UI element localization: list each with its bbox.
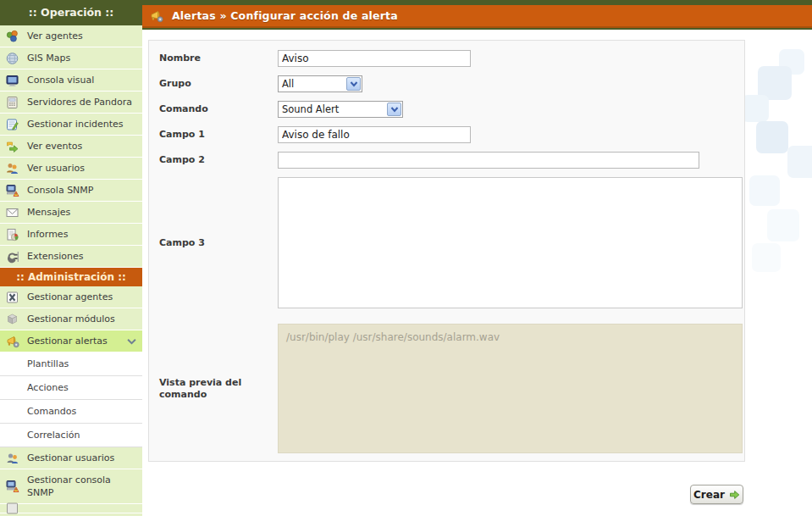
sidebar-item-consola-snmp[interactable]: Consola SNMP xyxy=(0,180,142,202)
sidebar-item-label: Ver agentes xyxy=(27,31,83,42)
form-row-nombre: Nombre xyxy=(149,46,744,71)
sidebar-item-informes[interactable]: Informes xyxy=(0,224,142,246)
form-row-comando: ComandoSound Alert xyxy=(149,97,744,122)
agents-icon xyxy=(5,30,19,43)
events-icon xyxy=(5,140,19,153)
grupo-select[interactable]: All xyxy=(278,75,362,92)
sidebar-item-gestionar-usuarios[interactable]: Gestionar usuarios xyxy=(0,447,142,469)
form-row-grupo: GrupoAll xyxy=(149,71,744,97)
alert-icon xyxy=(149,9,164,23)
sidebar: :: Operación ::Ver agentesGIS MapsConsol… xyxy=(0,0,142,516)
grupo-select-value: All xyxy=(279,78,345,90)
sidebar-subitem-acciones[interactable]: Acciones xyxy=(0,376,142,400)
alert-action-form: NombreGrupoAllComandoSound AlertCampo 1C… xyxy=(148,40,745,462)
comando-select-value: Sound Alert xyxy=(279,103,386,115)
campo1-input[interactable] xyxy=(278,126,471,143)
sidebar-item-label: Extensiones xyxy=(27,251,84,262)
incident-icon xyxy=(5,118,19,131)
form-label-preview: Vista previa del comando xyxy=(149,377,278,401)
sidebar-item-label: Gestionar alertas xyxy=(27,336,108,347)
sidebar-item-label: Ver usuarios xyxy=(27,163,85,174)
sidebar-item-label: GIS Maps xyxy=(27,53,70,64)
sidebar-item-label: Gestionar agentes xyxy=(27,291,113,302)
arrow-right-icon xyxy=(729,490,740,500)
campo2-input[interactable] xyxy=(278,152,699,169)
mail-icon xyxy=(5,206,19,219)
sidebar-section-operacion: :: Operación :: xyxy=(0,0,142,25)
chevron-down-icon xyxy=(127,338,136,345)
server-icon xyxy=(5,96,19,109)
top-header-bar: Alertas » Configurar acción de alerta xyxy=(142,0,812,30)
form-label-comando: Comando xyxy=(149,103,278,115)
sidebar-item-gestionar-alertas[interactable]: Gestionar alertas xyxy=(0,330,142,352)
sidebar-item-label: Gestionar usuarios xyxy=(27,452,114,463)
decor-square xyxy=(742,95,769,122)
select-chevron-icon[interactable] xyxy=(346,77,361,91)
comando-select[interactable]: Sound Alert xyxy=(278,101,403,118)
sidebar-item-gis-maps[interactable]: GIS Maps xyxy=(0,47,142,69)
snmp-icon xyxy=(5,184,19,197)
sidebar-item-label: Informes xyxy=(27,229,68,240)
form-row-campo2: Campo 2 xyxy=(149,147,744,173)
sidebar-item-ver-agentes[interactable]: Ver agentes xyxy=(0,25,142,47)
report-icon xyxy=(5,228,19,241)
sidebar-item-consola-visual[interactable]: Consola visual xyxy=(0,69,142,92)
sidebar-item-extensiones[interactable]: Extensiones xyxy=(0,246,142,268)
breadcrumb-bar: Alertas » Configurar acción de alerta xyxy=(142,5,812,28)
form-row-campo1: Campo 1 xyxy=(149,122,744,147)
sidebar-item-gestionar-m-dulos[interactable]: Gestionar módulos xyxy=(0,308,142,330)
alert-icon xyxy=(5,335,20,348)
sidebar-section-administracion: :: Administración :: xyxy=(0,268,142,286)
sidebar-item-label: Servidores de Pandora xyxy=(27,97,132,108)
sidebar-subitem-comandos[interactable]: Comandos xyxy=(0,400,142,424)
campo3-textarea[interactable] xyxy=(278,177,743,308)
sidebar-item-gestionar-incidentes[interactable]: Gestionar incidentes xyxy=(0,114,142,136)
form-label-campo1: Campo 1 xyxy=(149,129,278,141)
sidebar-item-label: Gestionar incidentes xyxy=(27,119,124,130)
globe-icon xyxy=(5,52,19,65)
visual-console-icon xyxy=(5,74,19,87)
sidebar-item-partial[interactable] xyxy=(0,504,142,513)
modules-icon xyxy=(5,313,19,326)
decor-square xyxy=(749,175,780,206)
sidebar-item-label: Consola visual xyxy=(27,75,94,86)
sidebar-item-gestionar-agentes[interactable]: Gestionar agentes xyxy=(0,286,142,308)
form-label-grupo: Grupo xyxy=(149,78,278,90)
sidebar-item-gestionar-consola-snmp[interactable]: Gestionar consola SNMP xyxy=(0,469,142,504)
form-label-nombre: Nombre xyxy=(149,53,278,64)
manage-users-icon xyxy=(5,452,19,465)
create-button[interactable]: Crear xyxy=(690,485,743,504)
plugin-icon xyxy=(5,250,19,264)
breadcrumb: Alertas » Configurar acción de alerta xyxy=(172,9,398,22)
sidebar-subitem-plantillas[interactable]: Plantillas xyxy=(0,352,142,376)
decor-square xyxy=(787,146,812,178)
sidebar-item-ver-usuarios[interactable]: Ver usuarios xyxy=(0,158,142,180)
sidebar-item-label: Mensajes xyxy=(27,207,70,218)
decor-square xyxy=(756,121,788,153)
snmp-icon xyxy=(5,480,19,493)
form-row-preview: Vista previa del comando xyxy=(149,319,744,458)
manage-agents-icon xyxy=(5,291,19,304)
form-label-campo3: Campo 3 xyxy=(149,237,278,249)
clipped-icon xyxy=(5,502,19,515)
decor-square xyxy=(767,209,799,241)
users-icon xyxy=(5,162,19,175)
sidebar-item-label: Gestionar módulos xyxy=(27,313,115,325)
decor-square xyxy=(752,243,781,272)
create-button-label: Crear xyxy=(693,489,725,501)
select-chevron-icon[interactable] xyxy=(387,103,401,116)
form-label-campo2: Campo 2 xyxy=(149,154,278,166)
sidebar-item-label: Ver eventos xyxy=(27,141,82,152)
sidebar-item-mensajes[interactable]: Mensajes xyxy=(0,202,142,224)
sidebar-item-label: Consola SNMP xyxy=(27,185,93,196)
sidebar-item-ver-eventos[interactable]: Ver eventos xyxy=(0,136,142,158)
form-row-campo3: Campo 3 xyxy=(149,173,744,313)
command-preview-textarea[interactable] xyxy=(278,324,743,453)
sidebar-item-label: Gestionar consola SNMP xyxy=(27,474,111,498)
nombre-input[interactable] xyxy=(278,50,471,67)
sidebar-subitem-correlaci-n[interactable]: Correlación xyxy=(0,424,142,447)
sidebar-item-servidores-de-pandora[interactable]: Servidores de Pandora xyxy=(0,92,142,114)
